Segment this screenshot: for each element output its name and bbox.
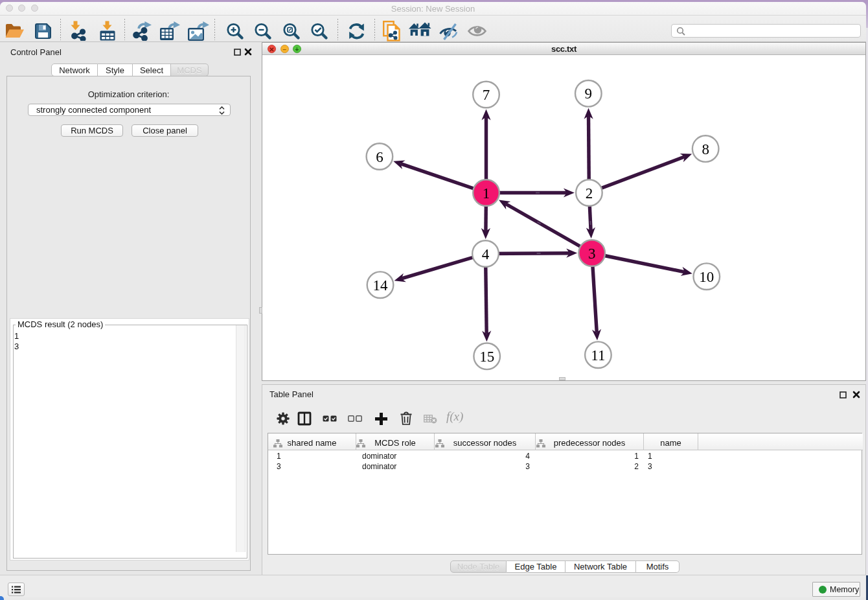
svg-text:2: 2 [586,185,593,202]
svg-text:10: 10 [699,269,714,285]
svg-text:9: 9 [585,86,593,102]
svg-text:11: 11 [591,347,605,363]
svg-text:3: 3 [588,246,596,262]
svg-text:7: 7 [483,87,490,103]
svg-text:4: 4 [482,246,490,262]
svg-text:6: 6 [376,149,383,165]
svg-text:8: 8 [702,141,709,157]
svg-text:1: 1 [483,185,490,202]
svg-text:14: 14 [373,277,389,294]
svg-text:15: 15 [479,349,494,365]
